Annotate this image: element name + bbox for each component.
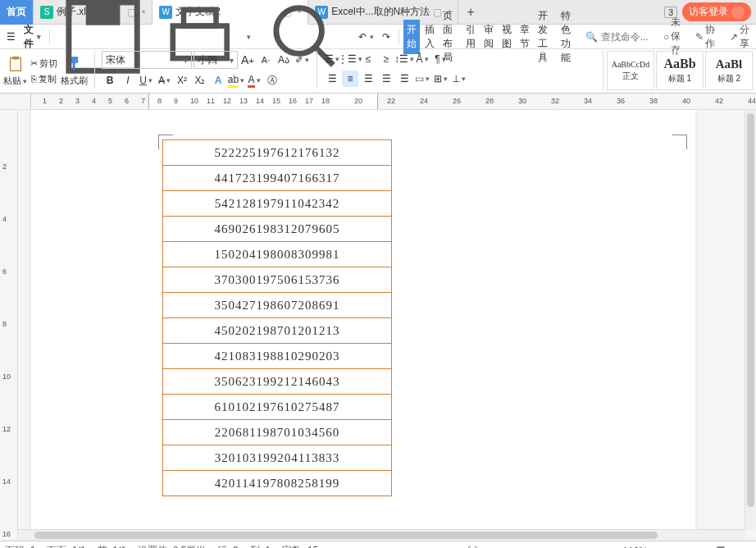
editor-area: 246810121416 522225197612176132441723199…	[0, 110, 756, 541]
decrease-indent-icon[interactable]: ≤	[360, 51, 376, 67]
increase-font-icon[interactable]: A+	[239, 52, 256, 68]
table-row[interactable]: 150204198008309981	[162, 242, 392, 267]
eye-protect-icon[interactable]: ⊕	[596, 544, 611, 549]
svg-rect-7	[12, 57, 18, 60]
paste-button[interactable]: 粘贴	[3, 55, 27, 87]
tabs-icon[interactable]: ⊥	[450, 71, 467, 87]
table-row[interactable]: 610102197610275487	[162, 395, 392, 420]
sort-icon[interactable]: Å	[414, 51, 430, 67]
margin-marker-tr	[672, 135, 687, 149]
id-table[interactable]: 5222251976121761324417231994071663175421…	[162, 139, 392, 496]
font-family-select[interactable]: 宋体	[102, 51, 192, 69]
dot-icon: •	[298, 7, 301, 18]
tab-special[interactable]: 特色功能	[558, 6, 579, 68]
document-canvas[interactable]: 5222251976121761324417231994071663175421…	[18, 110, 756, 541]
table-row[interactable]: 469026198312079605	[162, 217, 392, 242]
view-web-icon[interactable]: ▦	[544, 544, 558, 549]
table-row[interactable]: 350427198607208691	[162, 293, 392, 318]
bold-button[interactable]: B	[102, 72, 118, 89]
superscript-button[interactable]: X²	[174, 72, 190, 89]
subscript-button[interactable]: X₂	[192, 72, 208, 89]
decrease-font-icon[interactable]: A-	[257, 52, 274, 68]
view-print-icon[interactable]: ▤	[491, 544, 506, 549]
align-right-icon[interactable]: ☰	[360, 71, 376, 87]
table-row[interactable]: 542128197911042342	[162, 191, 392, 217]
font-size-select[interactable]: 小四	[194, 51, 238, 69]
status-section[interactable]: 节: 1/1	[98, 544, 126, 548]
style-heading1[interactable]: AaBb 标题 1	[656, 51, 704, 90]
change-case-icon[interactable]: Aა	[276, 52, 292, 68]
window-icon: ▢	[433, 7, 444, 18]
paragraph-marks-icon[interactable]: ¶	[432, 51, 449, 67]
app-menu-icon[interactable]: ☰	[3, 29, 19, 45]
table-row[interactable]: 220681198701034560	[162, 420, 392, 445]
share-button[interactable]: ↗ 分享	[726, 21, 753, 53]
text-effects-icon[interactable]: A	[210, 72, 226, 89]
table-row[interactable]: 421083198810290203	[162, 344, 392, 369]
tab-references[interactable]: 引用	[462, 20, 479, 54]
align-distributed-icon[interactable]: ☰	[396, 71, 412, 87]
cut-button[interactable]: ✂剪切	[29, 57, 59, 71]
number-list-icon[interactable]: ⋮☰	[342, 51, 358, 67]
status-pagecode[interactable]: 页码: 1	[5, 544, 35, 548]
search-input[interactable]	[601, 31, 658, 43]
horizontal-ruler[interactable]: 1234567891011121314151617182022242628303…	[0, 94, 756, 110]
tab-devtools[interactable]: 开发工具	[535, 6, 556, 68]
undo-icon[interactable]: ↶	[355, 29, 377, 45]
status-page[interactable]: 页面: 1/1	[47, 544, 85, 548]
collaborate-button[interactable]: ✎ 协作	[692, 21, 718, 53]
zoom-level[interactable]: 110%	[622, 546, 648, 549]
highlight-color-button[interactable]: ab	[228, 72, 244, 89]
status-col[interactable]: 列: 1	[250, 544, 271, 548]
underline-button[interactable]: U	[138, 72, 154, 89]
file-menu[interactable]: 文件	[20, 21, 44, 53]
increase-indent-icon[interactable]: ≥	[378, 51, 394, 67]
view-outline-icon[interactable]: ◧	[517, 544, 532, 549]
tab-view[interactable]: 视图	[499, 20, 515, 54]
menu-bar: ☰ 文件 ↶ ↷ 开始 插入 页面布局 引用 审阅 视图 章节 开发工具 特色功…	[0, 25, 756, 49]
table-row[interactable]: 420114197808258199	[162, 471, 392, 496]
style-normal[interactable]: AaBbCcDd 正文	[607, 51, 654, 90]
table-row[interactable]: 441723199407166317	[162, 166, 392, 191]
command-search[interactable]: 🔍	[585, 31, 658, 43]
status-row[interactable]: 行: 9	[217, 544, 238, 548]
font-color-button[interactable]: A	[246, 72, 262, 89]
table-row[interactable]: 370300197506153736	[162, 267, 392, 293]
shading-icon[interactable]: ▭	[414, 71, 430, 87]
style-heading2[interactable]: AaBl 标题 2	[705, 51, 753, 90]
zoom-out-button[interactable]: −	[659, 544, 674, 549]
line-spacing-icon[interactable]: ↕☰	[396, 51, 412, 67]
new-tab-button[interactable]: +	[458, 5, 482, 20]
tab-chapter[interactable]: 章节	[517, 20, 533, 54]
copy-button[interactable]: ⎘复制	[30, 72, 58, 86]
table-row[interactable]: 450202198701201213	[162, 318, 392, 344]
status-indent[interactable]: 设置值: 8.5厘米	[138, 544, 206, 548]
strike-button[interactable]: A̶	[156, 72, 172, 89]
align-justify-icon[interactable]: ☰	[378, 71, 394, 87]
align-center-icon[interactable]: ≡	[342, 71, 358, 87]
table-row[interactable]: 522225197612176132	[162, 140, 392, 166]
status-chars[interactable]: 字数: 15	[282, 544, 318, 548]
table-row[interactable]: 350623199212146043	[162, 369, 392, 395]
clear-format-icon[interactable]: ✐	[294, 52, 310, 68]
status-bar: 页码: 1 页面: 1/1 节: 1/1 设置值: 8.5厘米 行: 9 列: …	[0, 541, 756, 548]
page: 5222251976121761324417231994071663175421…	[31, 110, 695, 541]
tab-start[interactable]: 开始	[403, 20, 420, 54]
vertical-scrollbar[interactable]	[745, 110, 756, 529]
redo-icon[interactable]: ↷	[379, 29, 394, 45]
borders-icon[interactable]: ⊞	[432, 71, 449, 87]
fullscreen-icon[interactable]: ⛶	[465, 544, 480, 549]
tab-review[interactable]: 审阅	[480, 20, 497, 54]
vertical-ruler[interactable]: 246810121416	[0, 110, 18, 541]
tab-insert[interactable]: 插入	[421, 20, 438, 54]
spreadsheet-icon: S	[40, 6, 53, 19]
format-painter-button[interactable]: 格式刷	[61, 55, 88, 87]
view-read-icon[interactable]: ◫	[570, 544, 585, 549]
align-left-icon[interactable]: ☰	[324, 71, 340, 87]
italic-button[interactable]: I	[120, 72, 136, 89]
phonetic-guide-icon[interactable]: Ⓐ	[264, 72, 280, 89]
window-icon: ▢	[283, 7, 294, 18]
search-icon: 🔍	[585, 31, 598, 43]
table-row[interactable]: 320103199204113833	[162, 445, 392, 471]
horizontal-scrollbar[interactable]	[18, 529, 745, 541]
